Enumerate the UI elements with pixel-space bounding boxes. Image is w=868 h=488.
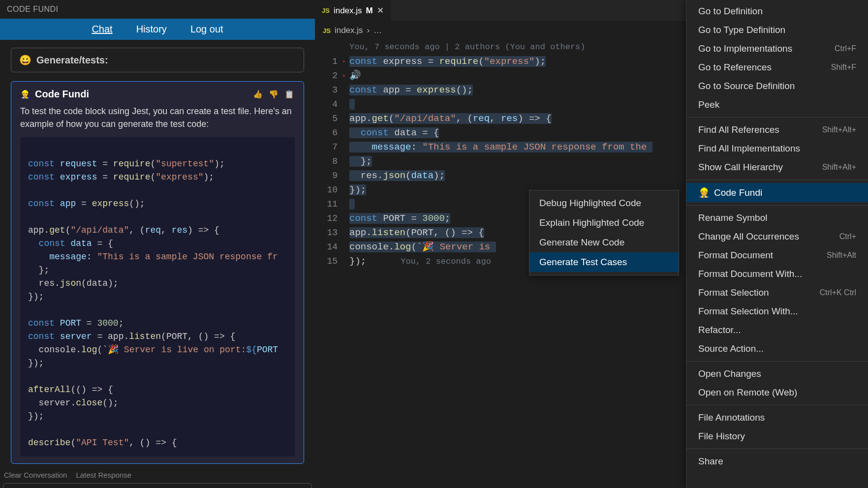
close-icon[interactable]: ✕	[377, 5, 384, 16]
submenu-generate[interactable]: Generate New Code	[529, 233, 679, 252]
ctx-item[interactable]: Go to Definition	[686, 2, 868, 21]
ctx-item[interactable]: Format DocumentShift+Alt	[686, 246, 868, 265]
ctx-item[interactable]: Go to Type Definition	[686, 21, 868, 39]
tab-filename: index.js	[334, 6, 362, 16]
line-gutter: 123456789101112131415	[315, 55, 344, 269]
ctx-item[interactable]: Source Action...	[686, 339, 868, 358]
ctx-item[interactable]: Format Selection With...	[686, 302, 868, 321]
prompt-box: 😀 Generate/tests:	[11, 48, 304, 72]
response-intro: To test the code block using Jest, you c…	[20, 105, 295, 130]
ctx-item[interactable]: 👷Code Fundi	[686, 183, 868, 202]
prompt-emoji-icon: 😀	[19, 54, 31, 66]
ctx-item[interactable]: Rename Symbol	[686, 209, 868, 227]
submenu-explain[interactable]: Explain Highlighted Code	[529, 213, 679, 233]
tab-chat[interactable]: Chat	[92, 24, 112, 35]
ctx-item[interactable]: Peek	[686, 95, 868, 114]
ctx-item[interactable]: Open Changes	[686, 365, 868, 383]
ctx-item[interactable]: Open on Remote (Web)	[686, 383, 868, 402]
ctx-item[interactable]: Format Document With...	[686, 265, 868, 283]
copy-icon[interactable]: 📋	[284, 89, 295, 100]
ctx-item[interactable]: Change All OccurrencesCtrl+	[686, 227, 868, 246]
latest-response-link[interactable]: Latest Response	[76, 471, 131, 479]
panel-title: CODE FUNDI	[0, 0, 315, 19]
ctx-item[interactable]: Go to ImplementationsCtrl+F	[686, 39, 868, 58]
ctx-item[interactable]: Go to Source Definition	[686, 77, 868, 95]
response-card: 👷 Code Fundi 👍 👎 📋 To test the code bloc…	[11, 81, 304, 464]
submenu-tests[interactable]: Generate Test Cases	[529, 252, 679, 272]
ctx-item[interactable]: File Annotations	[686, 408, 868, 427]
ctx-item[interactable]: Find All ReferencesShift+Alt+	[686, 121, 868, 139]
ctx-item[interactable]: Refactor...	[686, 321, 868, 339]
chat-input-box[interactable]: 🔍 ⋰	[3, 483, 312, 488]
tab-modified-marker: M	[366, 6, 373, 16]
prompt-text: Generate/tests:	[36, 55, 108, 66]
clear-conversation-link[interactable]: Clear Conversation	[4, 471, 67, 479]
thumbs-down-icon[interactable]: 👎	[268, 89, 279, 100]
tab-logout[interactable]: Log out	[190, 24, 223, 35]
tab-history[interactable]: History	[136, 24, 167, 35]
ctx-item[interactable]: Go to ReferencesShift+F	[686, 58, 868, 77]
js-file-icon: JS	[322, 7, 330, 14]
ctx-item[interactable]: Share	[686, 452, 868, 471]
extension-panel: CODE FUNDI Chat History Log out 😀 Genera…	[0, 0, 315, 488]
code-fundi-submenu: Debug Highlighted Code Explain Highlight…	[529, 190, 679, 275]
editor-context-menu: Go to DefinitionGo to Type DefinitionGo …	[686, 0, 868, 488]
js-file-icon: JS	[323, 27, 331, 34]
speaker-icon: 🔊	[349, 70, 361, 81]
ctx-item[interactable]: Format SelectionCtrl+K Ctrl	[686, 283, 868, 302]
ctx-item[interactable]: Show Call HierarchyShift+Alt+	[686, 158, 868, 177]
panel-tabs: Chat History Log out	[0, 19, 315, 40]
editor-tab-index-js[interactable]: JS index.js M ✕	[315, 0, 391, 21]
bottom-links: Clear Conversation Latest Response	[0, 464, 315, 483]
submenu-debug[interactable]: Debug Highlighted Code	[529, 193, 679, 213]
assistant-avatar-icon: 👷	[20, 90, 30, 99]
thumbs-up-icon[interactable]: 👍	[252, 89, 263, 100]
ctx-item[interactable]: File History	[686, 427, 868, 446]
inline-blame: You, 2 seconds ago	[401, 257, 491, 266]
response-code-block: const request = require("supertest"); co…	[20, 137, 295, 457]
ctx-item[interactable]: Find All Implementations	[686, 139, 868, 158]
assistant-name: Code Fundi	[35, 89, 89, 100]
